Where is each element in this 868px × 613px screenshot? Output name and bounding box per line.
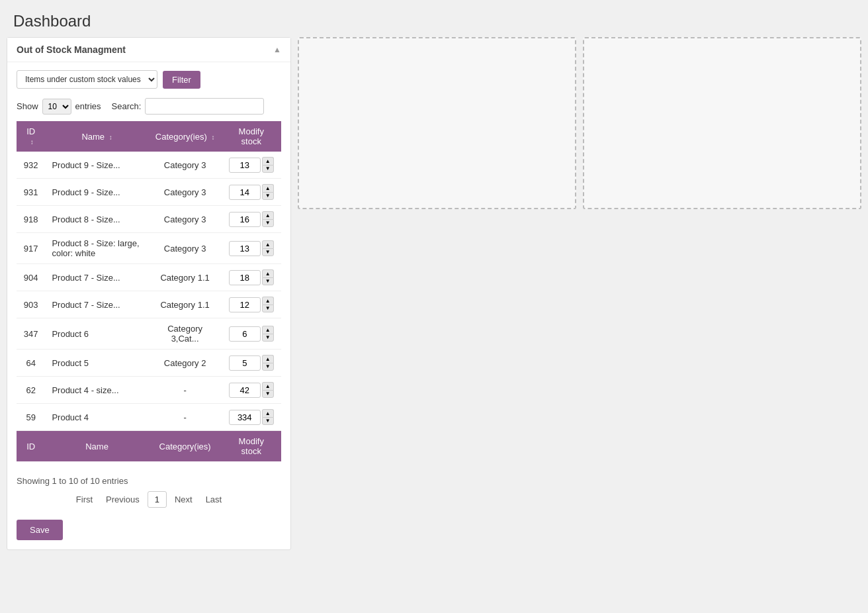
first-page-button[interactable]: First bbox=[71, 492, 98, 507]
dashed-top-row bbox=[298, 37, 861, 209]
cell-id: 932 bbox=[17, 152, 45, 179]
table-header-row: ID ↕ Name ↕ Category(ies) ↕ Modify stock bbox=[17, 121, 281, 152]
spin-up-button[interactable]: ▲ bbox=[262, 326, 274, 334]
previous-page-button[interactable]: Previous bbox=[101, 492, 145, 507]
tfoot-stock: Modify stock bbox=[222, 431, 281, 462]
cell-name: Product 4 bbox=[45, 404, 148, 431]
table-row: 64Product 5Category 2▲▼ bbox=[17, 350, 281, 377]
cell-name: Product 9 - Size... bbox=[45, 179, 148, 206]
cell-stock: ▲▼ bbox=[222, 404, 281, 431]
cell-name: Product 8 - Size: large, color: white bbox=[45, 233, 148, 264]
stock-input[interactable] bbox=[229, 212, 261, 227]
cell-name: Product 6 bbox=[45, 318, 148, 350]
current-page-number[interactable]: 1 bbox=[148, 491, 167, 508]
cell-category: - bbox=[149, 377, 222, 404]
th-categories[interactable]: Category(ies) ↕ bbox=[149, 121, 222, 152]
cell-category: Category 3,Cat... bbox=[149, 318, 222, 350]
pagination-controls: First Previous 1 Next Last bbox=[17, 491, 281, 508]
table-row: 62Product 4 - size...-▲▼ bbox=[17, 377, 281, 404]
cell-category: Category 3 bbox=[149, 152, 222, 179]
cell-id: 903 bbox=[17, 291, 45, 318]
stock-input[interactable] bbox=[229, 158, 261, 173]
panel-title: Out of Stock Managment bbox=[17, 44, 126, 55]
cell-stock: ▲▼ bbox=[222, 291, 281, 318]
table-body: 932Product 9 - Size...Category 3▲▼931Pro… bbox=[17, 152, 281, 431]
stock-input[interactable] bbox=[229, 185, 261, 200]
spin-up-button[interactable]: ▲ bbox=[262, 269, 274, 277]
spin-down-button[interactable]: ▼ bbox=[262, 417, 274, 425]
spin-down-button[interactable]: ▼ bbox=[262, 277, 274, 285]
cell-category: Category 3 bbox=[149, 233, 222, 264]
stock-table: ID ↕ Name ↕ Category(ies) ↕ Modify stock… bbox=[17, 121, 281, 461]
table-footer-row: ID Name Category(ies) Modify stock bbox=[17, 431, 281, 462]
show-row: Show 10 25 50 entries Search: bbox=[17, 98, 281, 115]
collapse-icon[interactable]: ▲ bbox=[273, 45, 281, 54]
cell-stock: ▲▼ bbox=[222, 179, 281, 206]
filter-select[interactable]: Items under custom stock values bbox=[17, 70, 157, 89]
cell-category: Category 1.1 bbox=[149, 291, 222, 318]
spin-up-button[interactable]: ▲ bbox=[262, 157, 274, 165]
cell-name: Product 5 bbox=[45, 350, 148, 377]
stock-input[interactable] bbox=[229, 326, 261, 342]
dashed-box-top-left bbox=[298, 37, 576, 209]
th-name[interactable]: Name ↕ bbox=[45, 121, 148, 152]
stock-input[interactable] bbox=[229, 383, 261, 398]
sort-icon-name: ↕ bbox=[109, 134, 112, 141]
table-row: 59Product 4-▲▼ bbox=[17, 404, 281, 431]
cell-id: 931 bbox=[17, 179, 45, 206]
spin-up-button[interactable]: ▲ bbox=[262, 211, 274, 219]
left-panel: Out of Stock Managment ▲ Items under cus… bbox=[7, 37, 291, 550]
spin-down-button[interactable]: ▼ bbox=[262, 192, 274, 200]
spin-down-button[interactable]: ▼ bbox=[262, 390, 274, 398]
spin-up-button[interactable]: ▲ bbox=[262, 297, 274, 305]
spin-up-button[interactable]: ▲ bbox=[262, 240, 274, 248]
cell-stock: ▲▼ bbox=[222, 233, 281, 264]
table-row: 931Product 9 - Size...Category 3▲▼ bbox=[17, 179, 281, 206]
cell-category: Category 3 bbox=[149, 206, 222, 233]
stock-input[interactable] bbox=[229, 355, 261, 371]
filter-button[interactable]: Filter bbox=[163, 71, 200, 89]
spin-down-button[interactable]: ▼ bbox=[262, 248, 274, 256]
cell-id: 347 bbox=[17, 318, 45, 350]
panel-body: Items under custom stock values Filter S… bbox=[7, 62, 290, 469]
stock-input[interactable] bbox=[229, 241, 261, 256]
show-entries-select[interactable]: 10 25 50 bbox=[42, 99, 71, 115]
save-button[interactable]: Save bbox=[17, 520, 63, 540]
cell-id: 59 bbox=[17, 404, 45, 431]
cell-id: 62 bbox=[17, 377, 45, 404]
cell-name: Product 7 - Size... bbox=[45, 264, 148, 291]
table-row: 917Product 8 - Size: large, color: white… bbox=[17, 233, 281, 264]
stock-input[interactable] bbox=[229, 297, 261, 312]
spin-down-button[interactable]: ▼ bbox=[262, 165, 274, 173]
stock-input[interactable] bbox=[229, 410, 261, 425]
showing-text: Showing 1 to 10 of 10 entries bbox=[17, 476, 281, 486]
cell-stock: ▲▼ bbox=[222, 318, 281, 350]
spin-down-button[interactable]: ▼ bbox=[262, 363, 274, 371]
entries-label: entries bbox=[75, 101, 101, 111]
spin-up-button[interactable]: ▲ bbox=[262, 382, 274, 390]
cell-stock: ▲▼ bbox=[222, 206, 281, 233]
cell-stock: ▲▼ bbox=[222, 350, 281, 377]
spin-down-button[interactable]: ▼ bbox=[262, 219, 274, 227]
dashed-box-top-right bbox=[583, 37, 861, 209]
table-row: 918Product 8 - Size...Category 3▲▼ bbox=[17, 206, 281, 233]
last-page-button[interactable]: Last bbox=[200, 492, 228, 507]
spin-down-button[interactable]: ▼ bbox=[262, 334, 274, 342]
th-id[interactable]: ID ↕ bbox=[17, 121, 45, 152]
cell-stock: ▲▼ bbox=[222, 264, 281, 291]
cell-id: 904 bbox=[17, 264, 45, 291]
tfoot-name: Name bbox=[45, 431, 148, 462]
cell-name: Product 9 - Size... bbox=[45, 152, 148, 179]
next-page-button[interactable]: Next bbox=[169, 492, 198, 507]
cell-stock: ▲▼ bbox=[222, 377, 281, 404]
spin-up-button[interactable]: ▲ bbox=[262, 355, 274, 363]
spin-up-button[interactable]: ▲ bbox=[262, 409, 274, 417]
tfoot-categories: Category(ies) bbox=[149, 431, 222, 462]
stock-input[interactable] bbox=[229, 270, 261, 285]
pagination-area: Showing 1 to 10 of 10 entries First Prev… bbox=[7, 469, 290, 514]
table-row: 347Product 6Category 3,Cat...▲▼ bbox=[17, 318, 281, 350]
spin-up-button[interactable]: ▲ bbox=[262, 184, 274, 192]
cell-category: Category 1.1 bbox=[149, 264, 222, 291]
search-input[interactable] bbox=[145, 98, 264, 115]
spin-down-button[interactable]: ▼ bbox=[262, 305, 274, 312]
